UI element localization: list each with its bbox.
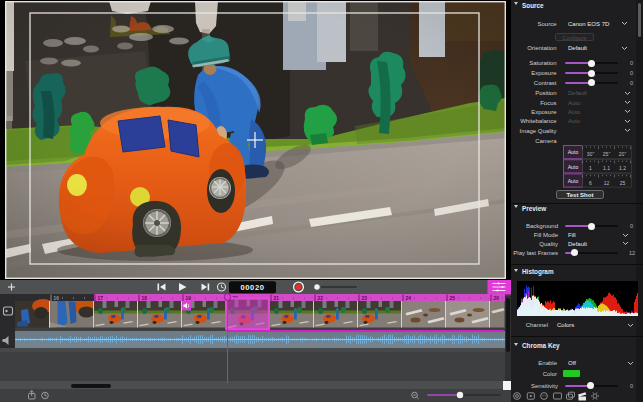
svg-text:00020: 00020: [240, 283, 264, 292]
svg-text:20": 20": [619, 151, 627, 157]
svg-text:12: 12: [604, 180, 610, 186]
svg-text:30": 30": [587, 151, 595, 157]
svg-text:25: 25: [620, 180, 626, 186]
svg-text:Auto: Auto: [568, 149, 579, 155]
svg-text:6: 6: [589, 180, 592, 186]
svg-text:1.2: 1.2: [619, 165, 626, 171]
svg-text:25": 25": [603, 151, 611, 157]
svg-text:1: 1: [589, 165, 592, 171]
svg-text:Auto: Auto: [568, 164, 579, 170]
svg-text:1.1: 1.1: [603, 165, 610, 171]
svg-text:Auto: Auto: [568, 178, 579, 184]
